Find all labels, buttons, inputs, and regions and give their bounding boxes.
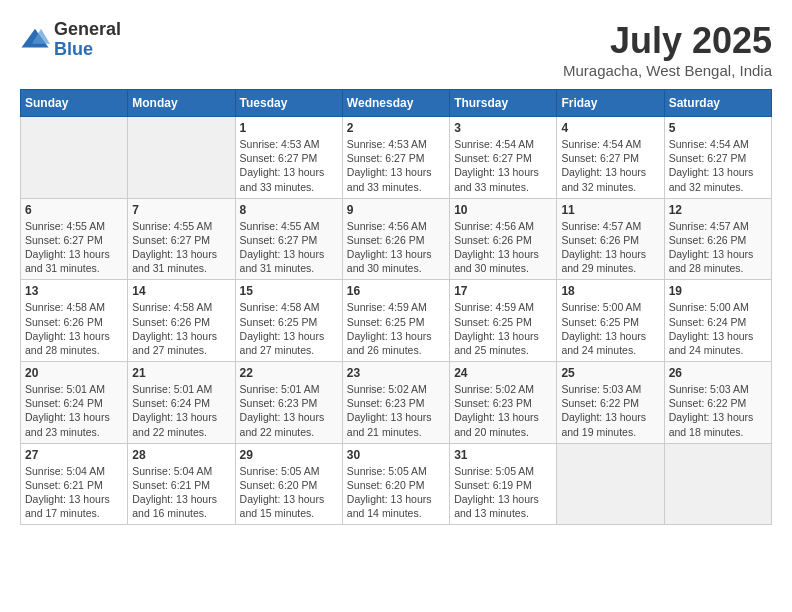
day-number: 13 [25,284,123,298]
day-info: Sunrise: 4:58 AMSunset: 6:25 PMDaylight:… [240,300,338,357]
weekday-header: Tuesday [235,90,342,117]
calendar-cell: 7Sunrise: 4:55 AMSunset: 6:27 PMDaylight… [128,198,235,280]
day-info: Sunrise: 4:53 AMSunset: 6:27 PMDaylight:… [240,137,338,194]
weekday-header: Friday [557,90,664,117]
calendar-cell: 31Sunrise: 5:05 AMSunset: 6:19 PMDayligh… [450,443,557,525]
day-number: 21 [132,366,230,380]
day-number: 18 [561,284,659,298]
calendar-cell: 17Sunrise: 4:59 AMSunset: 6:25 PMDayligh… [450,280,557,362]
day-number: 19 [669,284,767,298]
day-number: 11 [561,203,659,217]
day-info: Sunrise: 5:01 AMSunset: 6:24 PMDaylight:… [132,382,230,439]
calendar-week-row: 20Sunrise: 5:01 AMSunset: 6:24 PMDayligh… [21,362,772,444]
day-info: Sunrise: 5:00 AMSunset: 6:25 PMDaylight:… [561,300,659,357]
day-info: Sunrise: 4:54 AMSunset: 6:27 PMDaylight:… [669,137,767,194]
day-info: Sunrise: 4:53 AMSunset: 6:27 PMDaylight:… [347,137,445,194]
calendar-cell: 16Sunrise: 4:59 AMSunset: 6:25 PMDayligh… [342,280,449,362]
calendar-cell: 21Sunrise: 5:01 AMSunset: 6:24 PMDayligh… [128,362,235,444]
calendar-cell: 18Sunrise: 5:00 AMSunset: 6:25 PMDayligh… [557,280,664,362]
day-number: 17 [454,284,552,298]
calendar-cell: 25Sunrise: 5:03 AMSunset: 6:22 PMDayligh… [557,362,664,444]
day-number: 12 [669,203,767,217]
location: Muragacha, West Bengal, India [563,62,772,79]
calendar-week-row: 1Sunrise: 4:53 AMSunset: 6:27 PMDaylight… [21,117,772,199]
day-number: 23 [347,366,445,380]
page-header: General Blue July 2025 Muragacha, West B… [20,20,772,79]
day-number: 20 [25,366,123,380]
day-info: Sunrise: 5:05 AMSunset: 6:19 PMDaylight:… [454,464,552,521]
day-number: 26 [669,366,767,380]
day-info: Sunrise: 4:55 AMSunset: 6:27 PMDaylight:… [25,219,123,276]
day-info: Sunrise: 5:03 AMSunset: 6:22 PMDaylight:… [561,382,659,439]
day-info: Sunrise: 4:55 AMSunset: 6:27 PMDaylight:… [132,219,230,276]
calendar-cell: 8Sunrise: 4:55 AMSunset: 6:27 PMDaylight… [235,198,342,280]
calendar-cell: 27Sunrise: 5:04 AMSunset: 6:21 PMDayligh… [21,443,128,525]
day-number: 3 [454,121,552,135]
weekday-header: Wednesday [342,90,449,117]
day-number: 24 [454,366,552,380]
day-info: Sunrise: 4:56 AMSunset: 6:26 PMDaylight:… [347,219,445,276]
calendar-cell: 13Sunrise: 4:58 AMSunset: 6:26 PMDayligh… [21,280,128,362]
calendar-cell: 11Sunrise: 4:57 AMSunset: 6:26 PMDayligh… [557,198,664,280]
calendar-cell: 23Sunrise: 5:02 AMSunset: 6:23 PMDayligh… [342,362,449,444]
calendar-cell: 26Sunrise: 5:03 AMSunset: 6:22 PMDayligh… [664,362,771,444]
logo-icon [20,25,50,55]
day-info: Sunrise: 4:59 AMSunset: 6:25 PMDaylight:… [454,300,552,357]
day-info: Sunrise: 4:59 AMSunset: 6:25 PMDaylight:… [347,300,445,357]
day-number: 28 [132,448,230,462]
calendar-cell: 3Sunrise: 4:54 AMSunset: 6:27 PMDaylight… [450,117,557,199]
day-info: Sunrise: 4:58 AMSunset: 6:26 PMDaylight:… [25,300,123,357]
logo-general: General [54,20,121,40]
calendar-week-row: 13Sunrise: 4:58 AMSunset: 6:26 PMDayligh… [21,280,772,362]
calendar-cell: 10Sunrise: 4:56 AMSunset: 6:26 PMDayligh… [450,198,557,280]
day-info: Sunrise: 4:54 AMSunset: 6:27 PMDaylight:… [561,137,659,194]
calendar-cell: 5Sunrise: 4:54 AMSunset: 6:27 PMDaylight… [664,117,771,199]
day-info: Sunrise: 5:02 AMSunset: 6:23 PMDaylight:… [454,382,552,439]
day-number: 7 [132,203,230,217]
month-title: July 2025 [563,20,772,62]
logo-text: General Blue [54,20,121,60]
day-info: Sunrise: 5:02 AMSunset: 6:23 PMDaylight:… [347,382,445,439]
day-info: Sunrise: 4:56 AMSunset: 6:26 PMDaylight:… [454,219,552,276]
calendar-cell: 29Sunrise: 5:05 AMSunset: 6:20 PMDayligh… [235,443,342,525]
day-info: Sunrise: 4:54 AMSunset: 6:27 PMDaylight:… [454,137,552,194]
day-number: 10 [454,203,552,217]
calendar-cell: 19Sunrise: 5:00 AMSunset: 6:24 PMDayligh… [664,280,771,362]
day-number: 4 [561,121,659,135]
day-number: 16 [347,284,445,298]
day-info: Sunrise: 5:01 AMSunset: 6:23 PMDaylight:… [240,382,338,439]
day-info: Sunrise: 5:04 AMSunset: 6:21 PMDaylight:… [25,464,123,521]
title-block: July 2025 Muragacha, West Bengal, India [563,20,772,79]
day-number: 5 [669,121,767,135]
day-number: 30 [347,448,445,462]
calendar-week-row: 27Sunrise: 5:04 AMSunset: 6:21 PMDayligh… [21,443,772,525]
day-number: 25 [561,366,659,380]
logo: General Blue [20,20,121,60]
calendar-cell [557,443,664,525]
day-info: Sunrise: 5:00 AMSunset: 6:24 PMDaylight:… [669,300,767,357]
day-number: 14 [132,284,230,298]
calendar-cell: 15Sunrise: 4:58 AMSunset: 6:25 PMDayligh… [235,280,342,362]
calendar-week-row: 6Sunrise: 4:55 AMSunset: 6:27 PMDaylight… [21,198,772,280]
calendar-cell: 9Sunrise: 4:56 AMSunset: 6:26 PMDaylight… [342,198,449,280]
day-number: 31 [454,448,552,462]
calendar-cell: 6Sunrise: 4:55 AMSunset: 6:27 PMDaylight… [21,198,128,280]
weekday-header: Thursday [450,90,557,117]
day-info: Sunrise: 5:04 AMSunset: 6:21 PMDaylight:… [132,464,230,521]
day-info: Sunrise: 5:05 AMSunset: 6:20 PMDaylight:… [347,464,445,521]
calendar-cell [128,117,235,199]
weekday-header-row: SundayMondayTuesdayWednesdayThursdayFrid… [21,90,772,117]
calendar-table: SundayMondayTuesdayWednesdayThursdayFrid… [20,89,772,525]
calendar-cell: 22Sunrise: 5:01 AMSunset: 6:23 PMDayligh… [235,362,342,444]
day-number: 27 [25,448,123,462]
day-number: 1 [240,121,338,135]
calendar-cell: 2Sunrise: 4:53 AMSunset: 6:27 PMDaylight… [342,117,449,199]
day-info: Sunrise: 5:05 AMSunset: 6:20 PMDaylight:… [240,464,338,521]
calendar-cell: 28Sunrise: 5:04 AMSunset: 6:21 PMDayligh… [128,443,235,525]
weekday-header: Monday [128,90,235,117]
weekday-header: Saturday [664,90,771,117]
weekday-header: Sunday [21,90,128,117]
calendar-cell: 24Sunrise: 5:02 AMSunset: 6:23 PMDayligh… [450,362,557,444]
calendar-cell: 12Sunrise: 4:57 AMSunset: 6:26 PMDayligh… [664,198,771,280]
day-info: Sunrise: 5:03 AMSunset: 6:22 PMDaylight:… [669,382,767,439]
